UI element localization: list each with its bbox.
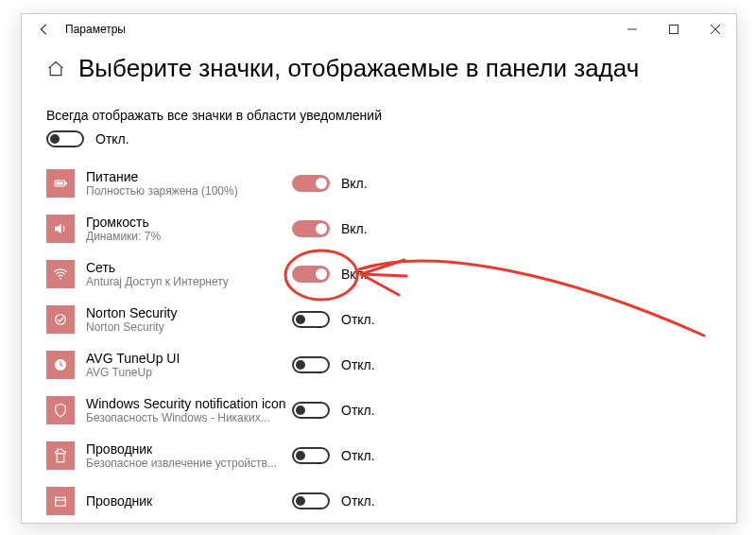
back-button[interactable] — [29, 14, 60, 44]
item-name: Windows Security notification icon — [86, 396, 292, 411]
app-icon — [46, 260, 75, 288]
app-icon — [46, 215, 75, 243]
svg-point-5 — [56, 315, 66, 325]
always-show-label: Всегда отображать все значки в области у… — [46, 108, 712, 123]
list-item: Windows Security notification iconБезопа… — [46, 389, 712, 431]
minimize-button[interactable] — [611, 14, 653, 44]
list-item: ПроводникОткл. — [46, 480, 712, 522]
list-item: СетьAnturaj Доступ к ИнтернетуВкл. — [46, 253, 712, 295]
item-text: Windows Security notification iconБезопа… — [86, 396, 292, 424]
item-state: Откл. — [341, 357, 375, 372]
item-state: Откл. — [341, 493, 375, 509]
item-toggle[interactable] — [292, 492, 330, 509]
item-name: Проводник — [86, 493, 292, 509]
item-sub: Безопасное извлечение устройств... — [86, 457, 292, 470]
item-name: Сеть — [86, 260, 292, 275]
item-state: Откл. — [341, 448, 375, 463]
list-item: ПроводникБезопасное извлечение устройств… — [46, 435, 712, 476]
list-item: Norton SecurityNorton SecurityОткл. — [46, 299, 712, 340]
item-text: ГромкостьДинамики: 7% — [86, 215, 292, 243]
list-item: ПитаниеПолностью заряжена (100%)Вкл. — [46, 163, 712, 204]
item-state: Вкл. — [341, 221, 368, 236]
item-name: Проводник — [86, 441, 292, 457]
item-toggle[interactable] — [292, 402, 330, 419]
item-text: СетьAnturaj Доступ к Интернету — [86, 260, 292, 288]
item-toggle[interactable] — [292, 220, 330, 237]
list-item: AVG TuneUp UIAVG TuneUpОткл. — [46, 344, 712, 386]
page-title: Выберите значки, отображаемые в панели з… — [78, 54, 639, 83]
close-button[interactable] — [695, 14, 736, 44]
always-show-state: Откл. — [95, 131, 129, 147]
item-state: Откл. — [341, 312, 375, 327]
item-name: Norton Security — [86, 305, 292, 320]
item-toggle[interactable] — [292, 356, 330, 373]
home-icon[interactable] — [46, 60, 65, 81]
item-sub: Norton Security — [86, 320, 292, 334]
window-title: Параметры — [65, 23, 126, 36]
item-sub: AVG TuneUp — [86, 366, 292, 379]
svg-rect-8 — [56, 497, 66, 506]
item-sub: Динамики: 7% — [86, 230, 292, 243]
item-name: Питание — [86, 169, 292, 184]
item-sub: Безопасность Windows - Никаких... — [86, 411, 292, 424]
always-show-toggle[interactable] — [46, 130, 84, 147]
item-text: ПроводникБезопасное извлечение устройств… — [86, 441, 292, 470]
titlebar: Параметры — [22, 14, 736, 44]
item-sub: Anturaj Доступ к Интернету — [86, 275, 292, 288]
item-toggle[interactable] — [292, 311, 330, 328]
item-text: ПитаниеПолностью заряжена (100%) — [86, 169, 292, 198]
item-text: AVG TuneUp UIAVG TuneUp — [86, 351, 292, 379]
app-icon — [46, 169, 75, 198]
app-icon — [46, 351, 75, 379]
maximize-button[interactable] — [653, 14, 695, 44]
icon-list: ПитаниеПолностью заряжена (100%)Вкл.Гром… — [46, 163, 712, 522]
item-name: Громкость — [86, 215, 292, 230]
svg-point-4 — [60, 277, 61, 279]
item-toggle[interactable] — [292, 447, 330, 464]
svg-rect-3 — [57, 182, 64, 185]
item-state: Откл. — [341, 403, 375, 418]
settings-window: Параметры Выберите значки, отображаемые … — [21, 13, 737, 524]
content: Выберите значки, отображаемые в панели з… — [22, 44, 736, 522]
item-text: Проводник — [86, 493, 292, 509]
app-icon — [46, 487, 75, 515]
item-toggle[interactable] — [292, 266, 330, 283]
item-state: Вкл. — [341, 267, 368, 282]
list-item: ГромкостьДинамики: 7%Вкл. — [46, 208, 712, 250]
item-toggle[interactable] — [292, 175, 330, 192]
svg-rect-7 — [57, 454, 64, 462]
app-icon — [46, 441, 75, 470]
app-icon — [46, 305, 75, 334]
svg-rect-0 — [670, 26, 679, 34]
item-state: Вкл. — [341, 176, 368, 191]
svg-rect-2 — [65, 182, 67, 185]
item-sub: Полностью заряжена (100%) — [86, 184, 292, 198]
window-controls — [611, 14, 736, 44]
item-text: Norton SecurityNorton Security — [86, 305, 292, 334]
app-icon — [46, 396, 75, 424]
item-name: AVG TuneUp UI — [86, 351, 292, 366]
